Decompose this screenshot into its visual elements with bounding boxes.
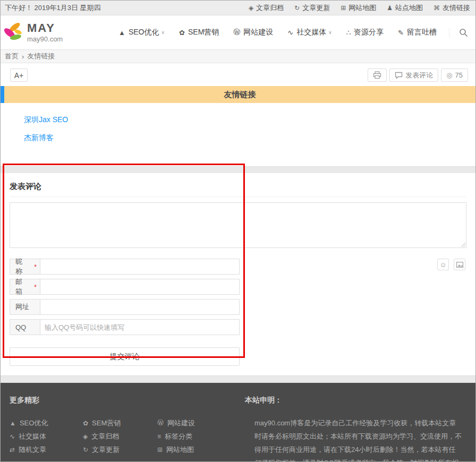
email-input[interactable] <box>40 279 239 294</box>
footer-link-label: 网站建设 <box>167 418 195 428</box>
article-toolbar: A+ 发表评论 ◎ 75 <box>1 69 475 82</box>
topbar-link-sitemap-xml[interactable]: ♟ 站点地图 <box>387 3 423 13</box>
triangle-icon: ▲ <box>10 420 16 427</box>
footer-link-seo[interactable]: ▲ SEO优化 <box>10 416 83 430</box>
footer-link-web-build[interactable]: Ⓦ 网站建设 <box>157 416 237 430</box>
nav-item-web-build[interactable]: Ⓦ 网站建设 <box>233 28 273 37</box>
logo-title: MAY <box>27 22 63 35</box>
comment-bubble-icon <box>395 72 403 79</box>
field-label-text: 昵称 <box>15 257 29 276</box>
comment-textarea[interactable] <box>10 202 466 248</box>
topbar-link-updates[interactable]: ↻ 文章更新 <box>294 3 330 13</box>
chevron-down-icon: ∨ <box>161 30 165 35</box>
search-icon <box>459 28 468 37</box>
footer-link-random[interactable]: ⇄ 随机文章 <box>10 443 83 456</box>
social-wave-icon: ∿ <box>287 29 293 37</box>
sitemap-icon: ⊞ <box>341 4 346 12</box>
gear-flower-icon: ✿ <box>179 29 185 37</box>
topbar-link-label: 站点地图 <box>395 3 423 13</box>
wordpress-icon: Ⓦ <box>233 28 240 37</box>
post-comment-button[interactable]: 发表评论 <box>389 69 438 82</box>
breadcrumb-current: 友情链接 <box>27 52 55 61</box>
footer-link-label: SEM营销 <box>92 418 121 428</box>
nav-item-sem[interactable]: ✿ SEM营销 <box>179 28 219 37</box>
triangle-icon: ▲ <box>118 29 125 37</box>
footer-more-title: 更多精彩 <box>10 396 245 405</box>
page-title: 友情链接 <box>224 90 256 100</box>
breadcrumb: 首页 › 友情链接 <box>1 49 475 63</box>
social-wave-icon: ∿ <box>10 433 15 440</box>
sitemap-icon: ⊞ <box>157 446 163 454</box>
post-comment-label: 发表评论 <box>405 71 433 80</box>
nickname-input[interactable] <box>40 259 239 274</box>
print-button[interactable] <box>368 69 387 82</box>
footer-link-label: 随机文章 <box>19 445 46 455</box>
friend-link[interactable]: 杰新博客 <box>24 132 475 143</box>
nav-item-seo[interactable]: ▲ SEO优化 ∨ <box>118 28 165 37</box>
nav-label: 资源分享 <box>354 28 384 37</box>
section-divider <box>1 375 475 383</box>
comment-form-title: 发表评论 <box>10 182 466 197</box>
font-size-button[interactable]: A+ <box>10 69 28 82</box>
friend-links-list: 深圳Jax SEO 杰新博客 <box>1 103 475 143</box>
topbar-link-friend-links[interactable]: ⌘ 友情链接 <box>434 3 470 13</box>
field-label-text: 网址 <box>15 302 29 312</box>
nav-label: 社交媒体 <box>296 28 326 37</box>
required-asterisk: * <box>34 283 37 291</box>
topbar-link-archive[interactable]: ◈ 文章归档 <box>249 3 284 13</box>
pencil-square-icon: ✎ <box>398 29 404 37</box>
printer-icon <box>373 71 381 79</box>
footer-notice-title: 本站申明： <box>245 396 466 405</box>
eye-icon: ◎ <box>446 71 452 79</box>
comment-textarea-wrap <box>10 202 466 248</box>
field-label-text: QQ <box>15 323 26 331</box>
logo-text: MAY may90.com <box>27 22 63 42</box>
field-row-qq: QQ <box>10 319 240 335</box>
topbar-links: ◈ 文章归档 ↻ 文章更新 ⊞ 网站地图 ♟ 站点地图 ⌘ 友情链接 <box>249 3 470 13</box>
topbar-link-sitemap[interactable]: ⊞ 网站地图 <box>341 3 376 13</box>
submit-comment-button[interactable]: 提交评论 <box>10 347 240 366</box>
nav-item-message-board[interactable]: ✎ 留言吐槽 <box>398 28 437 37</box>
footer-link-archive[interactable]: ◈ 文章归档 <box>83 430 157 443</box>
emoji-button[interactable]: ☺ <box>437 259 449 270</box>
footer-links-block: 更多精彩 ▲ SEO优化 ✿ SEM营销 Ⓦ 网站建设 ∿ 社交媒体 <box>10 396 245 462</box>
breadcrumb-home[interactable]: 首页 <box>5 52 19 61</box>
update-icon: ↻ <box>83 446 88 454</box>
comment-section: 发表评论 ☺ 昵称 * <box>1 173 475 375</box>
site-logo[interactable]: MAY may90.com <box>4 20 63 45</box>
footer-link-social[interactable]: ∿ 社交媒体 <box>10 430 83 443</box>
site-header: MAY may90.com ▲ SEO优化 ∨ ✿ SEM营销 Ⓦ 网站建设 ∿… <box>1 15 475 49</box>
nav-item-share[interactable]: ∴ 资源分享 <box>346 28 384 37</box>
wordpress-icon: Ⓦ <box>157 418 164 427</box>
field-row-website: 网址 <box>10 299 240 315</box>
views-count: 75 <box>455 71 463 79</box>
chevron-down-icon: ∨ <box>328 30 332 35</box>
friend-link[interactable]: 深圳Jax SEO <box>24 114 475 125</box>
section-divider <box>1 166 475 173</box>
comment-form-fields: ☺ 昵称 * 邮箱 * <box>10 259 466 366</box>
views-counter[interactable]: ◎ 75 <box>441 69 468 82</box>
qq-input[interactable] <box>40 320 239 335</box>
share-nodes-icon: ∴ <box>346 29 351 37</box>
update-icon: ↻ <box>294 4 300 12</box>
footer-link-label: 文章归档 <box>91 432 119 441</box>
footer-link-tags[interactable]: ≡ 标签分类 <box>157 430 237 443</box>
topbar-link-label: 文章更新 <box>302 3 330 13</box>
nav-label: SEM营销 <box>188 28 219 37</box>
map-pin-icon: ♟ <box>387 4 393 12</box>
topbar-link-label: 友情链接 <box>443 3 470 13</box>
article-area: A+ 发表评论 ◎ 75 <box>1 63 475 166</box>
field-label: QQ <box>10 320 40 335</box>
search-button[interactable] <box>449 28 468 37</box>
website-input[interactable] <box>40 300 239 314</box>
footer-link-label: SEO优化 <box>20 418 48 428</box>
footer-link-updates[interactable]: ↻ 文章更新 <box>83 443 157 456</box>
nav-label: 网站建设 <box>243 28 273 37</box>
bird-logo-icon <box>4 20 23 45</box>
page: 下午好！ 2019年1月3日 星期四 ◈ 文章归档 ↻ 文章更新 ⊞ 网站地图 … <box>0 0 476 462</box>
topbar: 下午好！ 2019年1月3日 星期四 ◈ 文章归档 ↻ 文章更新 ⊞ 网站地图 … <box>1 1 475 15</box>
insert-image-button[interactable] <box>454 259 465 270</box>
footer-link-sem[interactable]: ✿ SEM营销 <box>83 416 157 430</box>
footer-link-sitemap[interactable]: ⊞ 网站地图 <box>157 443 237 456</box>
nav-item-social[interactable]: ∿ 社交媒体 ∨ <box>287 28 332 37</box>
